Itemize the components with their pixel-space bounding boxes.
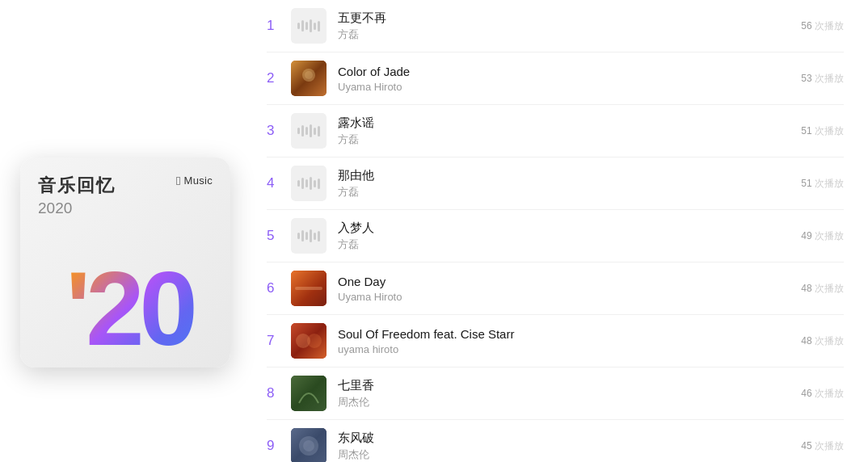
track-number: 9 [267, 438, 291, 454]
svg-rect-5 [295, 287, 322, 290]
plays-count: 56 [801, 20, 811, 32]
track-info: 那由他方磊 [338, 167, 788, 200]
track-row[interactable]: 2 Color of JadeUyama Hiroto53 次播放 [267, 52, 844, 105]
track-row[interactable]: 3 露水谣方磊51 次播放 [267, 105, 844, 158]
track-row[interactable]: 5 入梦人方磊49 次播放 [267, 210, 844, 262]
track-thumbnail [291, 166, 327, 201]
plays-label: 次播放 [815, 73, 844, 84]
track-plays: 51 次播放 [801, 124, 844, 138]
plays-count: 46 [801, 388, 811, 399]
waveform-icon [297, 229, 320, 242]
plays-count: 48 [801, 335, 811, 346]
track-artist: 方磊 [338, 237, 788, 252]
track-name: 东风破 [338, 430, 788, 446]
track-row[interactable]: 9 东风破周杰伦45 次播放 [267, 420, 844, 462]
track-plays: 45 次播放 [801, 439, 844, 453]
track-number: 8 [267, 385, 291, 401]
track-artist: 周杰伦 [338, 447, 788, 462]
track-info: 露水谣方磊 [338, 115, 788, 147]
waveform-icon [297, 124, 320, 137]
track-number: 3 [267, 123, 291, 139]
track-thumbnail [291, 113, 327, 149]
track-thumbnail [291, 323, 327, 359]
track-name: 五更不再 [338, 10, 788, 26]
track-artist: 方磊 [338, 185, 788, 200]
track-name: 露水谣 [338, 115, 788, 131]
track-number: 4 [267, 175, 291, 191]
track-number: 6 [267, 280, 291, 296]
plays-label: 次播放 [815, 230, 844, 242]
album-year: 2020 [38, 200, 116, 217]
track-row[interactable]: 4 那由他方磊51 次播放 [267, 158, 844, 210]
track-thumbnail [291, 271, 327, 306]
track-thumbnail [291, 8, 327, 44]
plays-count: 49 [801, 230, 811, 242]
track-name: Color of Jade [338, 64, 788, 80]
track-number: 2 [267, 70, 291, 86]
plays-label: 次播放 [815, 388, 844, 399]
track-info: 七里香周杰伦 [338, 377, 788, 410]
track-plays: 49 次播放 [801, 229, 844, 243]
track-info: Color of JadeUyama Hiroto [338, 64, 788, 94]
svg-point-12 [303, 440, 314, 452]
plays-count: 51 [801, 125, 811, 136]
track-name: One Day [338, 274, 788, 290]
track-artist: 方磊 [338, 132, 788, 147]
track-row[interactable]: 8 七里香周杰伦46 次播放 [267, 368, 844, 420]
track-list: 1 五更不再方磊56 次播放2 Color of JadeUyama Hir [251, 0, 868, 462]
track-info: One DayUyama Hiroto [338, 274, 788, 304]
apple-icon:  [176, 174, 180, 187]
track-plays: 46 次播放 [801, 387, 844, 401]
plays-count: 53 [801, 73, 811, 84]
svg-point-8 [307, 334, 322, 348]
track-plays: 53 次播放 [801, 72, 844, 86]
track-row[interactable]: 6 One DayUyama Hiroto48 次播放 [267, 262, 844, 315]
track-info: 入梦人方磊 [338, 220, 788, 252]
track-plays: 48 次播放 [801, 334, 844, 348]
track-plays: 51 次播放 [801, 177, 844, 191]
album-cover: 音乐回忆 2020  Music '20 [20, 158, 230, 368]
track-thumbnail [291, 428, 327, 462]
track-row[interactable]: 1 五更不再方磊56 次播放 [267, 0, 844, 52]
plays-label: 次播放 [815, 125, 844, 136]
track-number: 5 [267, 228, 291, 244]
track-name: Soul Of Freedom feat. Cise Starr [338, 326, 788, 342]
plays-label: 次播放 [815, 178, 844, 189]
big-year-display: '20 [20, 256, 230, 361]
plays-label: 次播放 [815, 335, 844, 346]
track-number: 1 [267, 18, 291, 34]
track-plays: 48 次播放 [801, 282, 844, 296]
track-artist: 周杰伦 [338, 395, 788, 410]
track-name: 入梦人 [338, 220, 788, 236]
track-artist: Uyama Hiroto [338, 81, 788, 93]
apple-music-logo:  Music [176, 174, 213, 187]
track-artist: 方磊 [338, 27, 788, 42]
svg-point-2 [305, 71, 313, 79]
track-thumbnail [291, 218, 327, 254]
plays-count: 51 [801, 178, 811, 189]
plays-label: 次播放 [815, 440, 844, 452]
track-thumbnail [291, 61, 327, 96]
plays-count: 45 [801, 440, 811, 452]
track-name: 七里香 [338, 377, 788, 393]
waveform-icon [297, 19, 320, 32]
track-info: Soul Of Freedom feat. Cise Starruyama hi… [338, 326, 788, 356]
left-panel: 音乐回忆 2020  Music '20 [0, 0, 251, 462]
track-info: 东风破周杰伦 [338, 430, 788, 462]
plays-count: 48 [801, 283, 811, 294]
track-plays: 56 次播放 [801, 19, 844, 33]
track-info: 五更不再方磊 [338, 10, 788, 42]
plays-label: 次播放 [815, 20, 844, 32]
album-title-cn: 音乐回忆 [38, 174, 116, 198]
track-artist: uyama hiroto [338, 343, 788, 355]
waveform-icon [297, 177, 320, 190]
apple-music-text: Music [184, 174, 213, 187]
track-row[interactable]: 7 Soul Of Freedom feat. Cise Starruyama … [267, 315, 844, 368]
track-artist: Uyama Hiroto [338, 291, 788, 303]
track-name: 那由他 [338, 167, 788, 183]
track-thumbnail [291, 376, 327, 411]
track-number: 7 [267, 333, 291, 349]
plays-label: 次播放 [815, 283, 844, 294]
